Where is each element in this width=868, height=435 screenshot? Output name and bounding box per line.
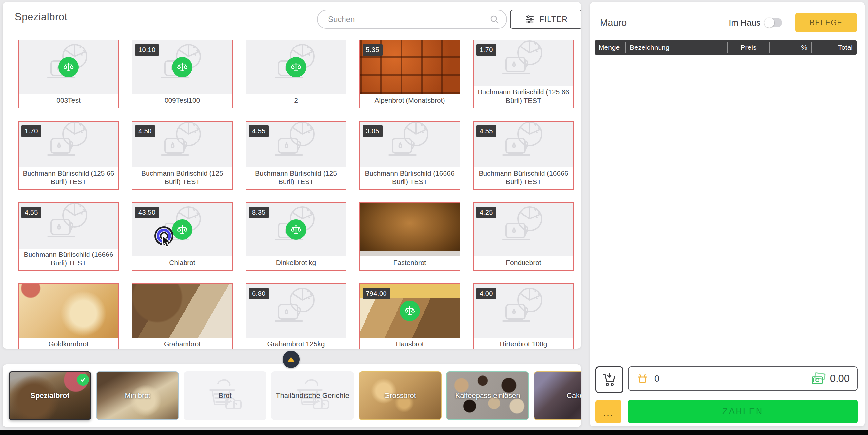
more-options-button[interactable]: ... (595, 400, 621, 423)
category-row: Spezialbrot Minibrot Brot Thailändische … (8, 371, 581, 420)
product-name: Chiabrot (132, 257, 232, 270)
bakery-placeholder-icon (496, 40, 551, 84)
price-badge: 43.50 (135, 207, 159, 218)
up-arrow-icon (287, 357, 295, 362)
order-panel: Mauro Im Haus BELEGE Menge Bezeichnung P… (590, 2, 865, 427)
category-tile[interactable]: Grossbrot (359, 371, 441, 420)
column-preis: Preis (727, 42, 769, 53)
scale-icon (400, 301, 420, 321)
product-name: Alpenbrot (Monatsbrot) (360, 94, 460, 108)
product-card[interactable]: 4.00 Hirtenbrot 100g (473, 283, 574, 348)
category-label: Thailändische Gerichte (274, 392, 351, 400)
zahlen-button[interactable]: ZAHLEN (628, 400, 858, 423)
bakery-placeholder-icon (496, 204, 551, 250)
product-card[interactable]: Fastenbrot (359, 202, 460, 271)
product-card[interactable]: 4.55 Buchmann Bürlischild (125 Bürli) TE… (246, 121, 346, 190)
bakery-placeholder-icon (382, 122, 438, 165)
product-card[interactable]: 8.35 Dinkelbrot kg (246, 202, 346, 271)
filter-label: FILTER (539, 15, 568, 24)
product-card[interactable]: 1.70 Buchmann Bürlischild (125 66 Bürli)… (18, 121, 119, 190)
toggle-knob (765, 18, 774, 28)
product-name: 003Test (19, 94, 118, 108)
price-badge: 4.00 (476, 288, 496, 299)
product-card[interactable]: 794.00 Hausbrot (359, 283, 460, 348)
category-label: Minibrot (123, 392, 152, 400)
product-name: Buchmann Bürlischild (16666 Bürli) TEST (474, 167, 573, 189)
category-tile[interactable]: Spezialbrot (8, 371, 91, 420)
category-label: Kaffeepass einlösen (453, 392, 522, 400)
product-card[interactable]: 4.55 Buchmann Bürlischild (16666 Bürli) … (18, 202, 119, 271)
scale-icon (58, 57, 79, 77)
belege-button[interactable]: BELEGE (795, 13, 857, 32)
category-tile[interactable]: Kaffeepass einlösen (446, 371, 529, 420)
dine-in-toggle[interactable] (765, 18, 782, 27)
product-name: Buchmann Bürlischild (125 Bürli) TEST (132, 167, 232, 189)
scale-icon (172, 57, 192, 77)
product-name: Hausbrot (360, 338, 460, 348)
bakery-placeholder-icon (268, 286, 324, 332)
column-total: Total (811, 42, 857, 53)
product-name: Goldkornbrot (19, 338, 118, 348)
product-name: 009Test100 (132, 94, 232, 108)
product-name: Buchmann Bürlischild (16666 Bürli) TEST (19, 248, 118, 271)
order-summary: 0 0.00 (628, 366, 858, 391)
category-tile[interactable]: Thailändische Gerichte (271, 371, 354, 420)
filter-button[interactable]: FILTER (510, 10, 581, 29)
order-table-header: Menge Bezeichnung Preis % Total (595, 40, 857, 55)
price-badge: 1.70 (21, 126, 41, 137)
bakery-placeholder-icon (496, 122, 551, 165)
product-grid: 003Test 10.10 009Te (18, 40, 575, 348)
product-panel: Spezialbrot FILTER (3, 2, 581, 348)
scale-icon (286, 220, 306, 240)
product-card[interactable]: 43.50 (132, 202, 233, 271)
price-badge: 794.00 (363, 288, 390, 299)
collapse-categories-button[interactable] (283, 351, 300, 368)
category-tile[interactable]: Cake (534, 371, 581, 420)
category-bar: Spezialbrot Minibrot Brot Thailändische … (3, 364, 581, 427)
product-card[interactable]: 4.25 Fonduebrot (473, 202, 574, 271)
product-card[interactable]: Goldkornbrot (18, 283, 119, 348)
product-card[interactable]: 10.10 009Test100 (132, 40, 233, 108)
product-card[interactable]: 5.35 Alpenbrot (Monatsbrot) (359, 40, 460, 108)
column-percent: % (769, 42, 811, 53)
product-name: Buchmann Bürlischild (16666 Bürli) TEST (360, 167, 460, 189)
product-card[interactable]: 3.05 Buchmann Bürlischild (16666 Bürli) … (359, 121, 460, 190)
product-card[interactable]: 4.55 Buchmann Bürlischild (16666 Bürli) … (473, 121, 574, 190)
product-card[interactable]: 1.70 Buchmann Bürlischild (125 66 Bürli)… (473, 40, 574, 108)
product-card[interactable]: Grahambrot (132, 283, 233, 348)
pos-screen: Spezialbrot FILTER (0, 0, 868, 435)
product-image (246, 40, 346, 94)
click-highlight (154, 226, 174, 245)
product-name: Buchmann Bürlischild (125 Bürli) TEST (246, 167, 346, 189)
product-name: Fastenbrot (360, 257, 460, 270)
product-name: Hirtenbrot 100g (474, 338, 573, 348)
bakery-placeholder-icon (41, 203, 96, 247)
product-image (19, 284, 118, 338)
product-name: Grahambrot 125kg (246, 338, 346, 348)
banknote-icon (811, 372, 826, 385)
search-input[interactable] (328, 14, 489, 24)
category-label: Cake (565, 392, 581, 400)
category-tile[interactable]: Brot (184, 371, 267, 420)
product-card[interactable]: 6.80 Grahambrot 125kg (246, 283, 346, 348)
product-card[interactable]: 2 (246, 40, 346, 108)
mouse-cursor-icon (162, 235, 173, 247)
price-badge: 6.80 (249, 288, 269, 299)
product-name: Fonduebrot (474, 257, 573, 270)
cart-button[interactable] (595, 366, 623, 393)
product-card[interactable]: 4.50 Buchmann Bürlischild (125 Bürli) TE… (132, 121, 233, 190)
dine-in-label: Im Haus (729, 18, 761, 28)
product-card[interactable]: 003Test (18, 40, 119, 108)
basket-icon (636, 372, 649, 385)
category-tile[interactable]: Minibrot (96, 371, 179, 420)
column-menge: Menge (595, 43, 625, 52)
price-badge: 8.35 (249, 207, 269, 218)
filter-sliders-icon (524, 14, 535, 25)
price-badge: 4.55 (476, 126, 496, 137)
price-badge: 10.10 (135, 44, 159, 56)
product-image (360, 203, 460, 257)
bakery-placeholder-icon (496, 286, 551, 332)
scale-icon (286, 57, 306, 77)
price-badge: 4.55 (249, 126, 269, 137)
product-name: 2 (246, 94, 346, 108)
